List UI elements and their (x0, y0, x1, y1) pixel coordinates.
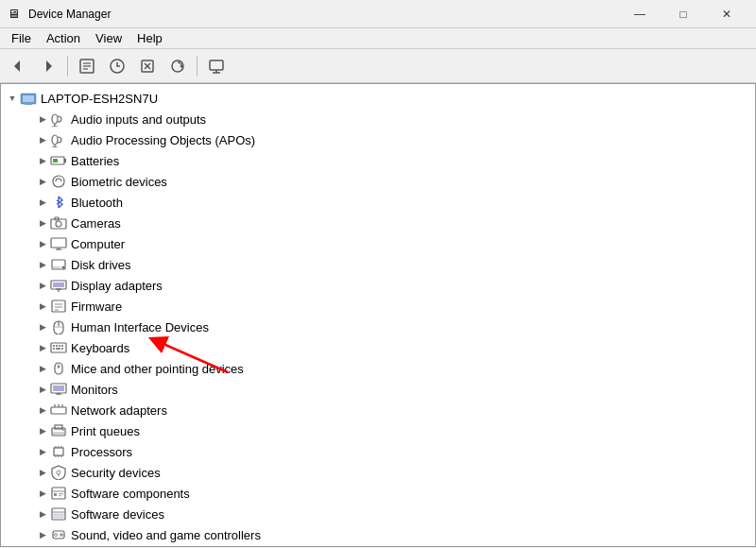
tree-item[interactable]: ▶Storage controllers (1, 545, 755, 547)
close-button[interactable]: ✕ (705, 0, 748, 28)
back-button[interactable] (4, 54, 32, 78)
tree-item[interactable]: ▶Software devices (1, 504, 755, 524)
item-icon (50, 485, 67, 502)
item-label: Keyboards (71, 341, 129, 355)
menu-file[interactable]: File (4, 29, 39, 47)
item-icon (50, 526, 67, 543)
svg-point-21 (52, 135, 58, 145)
title-bar-controls: — □ ✕ (618, 0, 748, 28)
svg-rect-12 (210, 60, 223, 70)
item-expander[interactable]: ▶ (35, 506, 50, 522)
svg-point-69 (62, 429, 64, 431)
root-expander[interactable]: ▼ (5, 91, 20, 106)
tree-item[interactable]: ▶Audio Processing Objects (APOs) (1, 129, 755, 150)
item-label: Batteries (71, 154, 119, 168)
tree-item[interactable]: ▶Firmware (1, 296, 755, 317)
tree-item[interactable]: ▶Cameras (1, 213, 755, 233)
item-label: Print queues (71, 424, 140, 438)
tree-item[interactable]: ▶Computer (1, 233, 755, 254)
item-icon (50, 464, 67, 481)
item-expander[interactable]: ▶ (35, 402, 50, 418)
svg-marker-0 (14, 60, 20, 72)
item-expander[interactable]: ▶ (35, 527, 50, 542)
item-expander[interactable]: ▶ (35, 257, 50, 272)
svg-rect-54 (61, 348, 63, 350)
item-icon (50, 256, 67, 273)
svg-rect-51 (61, 345, 63, 347)
item-label: Cameras (71, 216, 121, 231)
minimize-button[interactable]: — (618, 0, 662, 28)
uninstall-button[interactable] (133, 54, 162, 78)
svg-rect-59 (53, 385, 64, 391)
item-icon (50, 194, 67, 211)
item-expander[interactable]: ▶ (35, 278, 50, 293)
item-expander[interactable]: ▶ (35, 444, 50, 459)
item-expander[interactable]: ▶ (35, 299, 50, 314)
tree-item[interactable]: ▶Security devices (1, 462, 755, 483)
item-label: Monitors (71, 383, 118, 397)
tree-root[interactable]: ▼ LAPTOP-ESH2SN7U (1, 88, 755, 109)
tree-item[interactable]: ▶Biometric devices (1, 171, 755, 192)
toolbar (0, 49, 756, 83)
svg-rect-25 (64, 159, 66, 163)
toolbar-sep-2 (197, 56, 198, 77)
item-icon (50, 111, 67, 128)
item-expander[interactable]: ▶ (35, 132, 50, 147)
tree-item[interactable]: ▶Batteries (1, 150, 755, 171)
item-expander[interactable]: ▶ (35, 486, 50, 501)
item-expander[interactable]: ▶ (35, 465, 50, 480)
item-expander[interactable]: ▶ (35, 153, 50, 168)
item-expander[interactable]: ▶ (35, 382, 50, 397)
tree-item[interactable]: ▶Sound, video and game controllers (1, 524, 755, 545)
root-label: LAPTOP-ESH2SN7U (41, 92, 158, 106)
tree-item[interactable]: ▶Display adapters (1, 275, 755, 296)
tree-item[interactable]: ▶Bluetooth (1, 192, 755, 213)
item-expander[interactable]: ▶ (35, 215, 50, 231)
tree-view: ▼ LAPTOP-ESH2SN7U ▶Audio inputs and outp… (1, 84, 755, 547)
menu-action[interactable]: Action (39, 29, 88, 47)
svg-point-88 (55, 534, 58, 537)
svg-rect-30 (51, 238, 66, 248)
item-icon (50, 152, 67, 169)
item-expander[interactable]: ▶ (35, 319, 50, 334)
maximize-button[interactable]: □ (662, 0, 705, 28)
monitor-button[interactable] (202, 54, 231, 78)
properties-button[interactable] (73, 54, 101, 78)
tree-item[interactable]: ▶Software components (1, 483, 755, 504)
tree-item[interactable]: ▶Audio inputs and outputs (1, 109, 755, 129)
svg-rect-48 (53, 345, 55, 347)
item-label: Sound, video and game controllers (71, 528, 261, 542)
tree-children: ▶Audio inputs and outputs▶Audio Processi… (1, 109, 755, 547)
menu-bar: File Action View Help (0, 28, 756, 49)
tree-item[interactable]: ▶Human Interface Devices (1, 317, 755, 337)
main-window[interactable]: ▼ LAPTOP-ESH2SN7U ▶Audio inputs and outp… (0, 83, 756, 547)
tree-item[interactable]: ▶Network adapters (1, 400, 755, 420)
tree-item[interactable]: ▶Disk drives (1, 254, 755, 275)
svg-rect-37 (53, 283, 64, 287)
item-expander[interactable]: ▶ (35, 195, 50, 210)
item-label: Security devices (71, 466, 161, 480)
item-expander[interactable]: ▶ (35, 236, 50, 251)
item-expander[interactable]: ▶ (35, 340, 50, 355)
item-expander[interactable]: ▶ (35, 111, 50, 127)
svg-marker-1 (46, 60, 52, 72)
tree-item[interactable]: ▶Mice and other pointing devices (1, 358, 755, 379)
item-icon (50, 173, 67, 190)
item-expander[interactable]: ▶ (35, 361, 50, 376)
item-icon (50, 402, 67, 419)
svg-point-57 (58, 366, 60, 368)
svg-rect-68 (54, 433, 63, 435)
svg-rect-49 (56, 345, 58, 347)
item-expander[interactable]: ▶ (35, 423, 50, 438)
update-driver-button[interactable] (103, 54, 131, 78)
tree-item[interactable]: ▶Keyboards (1, 337, 755, 358)
tree-item[interactable]: ▶Print queues (1, 420, 755, 441)
svg-rect-52 (53, 348, 55, 350)
scan-button[interactable] (163, 54, 192, 78)
item-expander[interactable]: ▶ (35, 174, 50, 189)
tree-item[interactable]: ▶Monitors (1, 379, 755, 400)
menu-help[interactable]: Help (129, 29, 170, 47)
tree-item[interactable]: ▶Processors (1, 441, 755, 462)
menu-view[interactable]: View (88, 29, 129, 47)
forward-button[interactable] (34, 54, 62, 78)
